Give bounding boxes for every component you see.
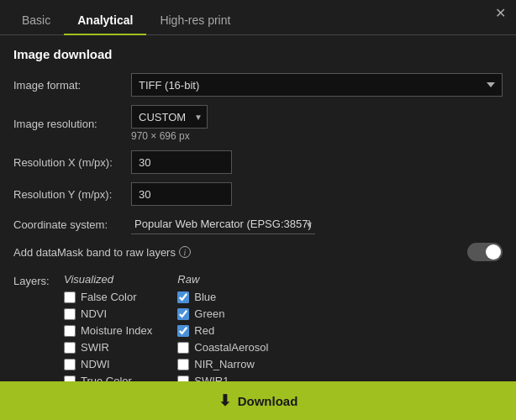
ndwi-label: NDWI [81,358,110,370]
image-resolution-label: Image resolution: [13,118,131,130]
visualized-column: Visualized False Color NDVI Moisture Ind… [64,273,152,381]
close-button[interactable]: ✕ [495,7,506,20]
datamask-row: Add dataMask band to raw layers i [13,243,503,261]
datamask-text: Add dataMask band to raw layers [13,246,176,259]
visualized-title: Visualized [64,273,152,286]
dialog: ✕ Basic Analytical High-res print Image … [0,0,516,420]
coastal-aerosol-label: CoastalAerosol [194,341,268,354]
blue-label: Blue [194,291,216,303]
resolution-dimensions: 970 × 696 px [131,130,208,142]
true-color-checkbox[interactable] [64,375,76,382]
coordinate-system-select[interactable]: Popular Web Mercator (EPSG:3857) WGS 84 … [131,214,315,234]
list-item[interactable]: NDWI [64,358,152,370]
ndvi-checkbox[interactable] [64,308,76,320]
layers-label: Layers: [13,273,64,381]
list-item[interactable]: Green [177,307,268,320]
true-color-label: True Color [81,375,132,381]
swir1-label: SWIR1 [194,375,229,381]
download-button[interactable]: ⬇ Download [0,381,516,420]
image-format-select[interactable]: TIFF (16-bit) PNG JPEG [131,73,503,97]
datamask-toggle[interactable] [467,243,503,261]
swir-checkbox[interactable] [64,342,76,354]
coastal-aerosol-checkbox[interactable] [177,342,189,354]
list-item[interactable]: SWIR1 [177,375,268,381]
layers-row: Layers: Visualized False Color NDVI [13,273,503,381]
resolution-y-label: Resolution Y (m/px): [13,188,131,201]
coordinate-system-label: Coordinate system: [13,218,131,231]
image-resolution-select[interactable]: CUSTOM LOW MEDIUM HIGH [131,105,208,129]
coordinate-system-row: Coordinate system: Popular Web Mercator … [13,214,503,234]
coordinate-system-wrapper: Popular Web Mercator (EPSG:3857) WGS 84 … [131,214,315,234]
download-label: Download [238,394,298,408]
red-label: Red [194,324,214,337]
ndvi-label: NDVI [81,307,107,320]
list-item[interactable]: NIR_Narrow [177,358,268,370]
resolution-x-label: Resolution X (m/px): [13,156,131,169]
list-item[interactable]: True Color [64,375,152,381]
tab-analytical[interactable]: Analytical [64,7,146,35]
list-item[interactable]: NDVI [64,307,152,320]
nir-narrow-label: NIR_Narrow [194,358,255,370]
resolution-select-wrapper: CUSTOM LOW MEDIUM HIGH ▼ [131,105,208,129]
tab-highres[interactable]: High-res print [146,7,244,35]
resolution-y-row: Resolution Y (m/px): [13,182,503,206]
raw-column: Raw Blue Green Red Coas [177,273,268,381]
raw-title: Raw [177,273,268,286]
moisture-index-checkbox[interactable] [64,325,76,337]
swir1-checkbox[interactable] [177,375,189,382]
download-icon: ⬇ [219,391,231,410]
tabs: Basic Analytical High-res print [0,0,516,35]
image-format-row: Image format: TIFF (16-bit) PNG JPEG [13,73,503,97]
list-item[interactable]: Red [177,324,268,337]
list-item[interactable]: SWIR [64,341,152,354]
resolution-x-input[interactable] [131,150,232,174]
image-format-label: Image format: [13,79,131,92]
section-title: Image download [13,47,503,61]
blue-checkbox[interactable] [177,291,189,303]
list-item[interactable]: CoastalAerosol [177,341,268,354]
datamask-label: Add dataMask band to raw layers i [13,246,467,259]
layers-columns: Visualized False Color NDVI Moisture Ind… [64,273,503,381]
ndwi-checkbox[interactable] [64,359,76,370]
resolution-controls: CUSTOM LOW MEDIUM HIGH ▼ 970 × 696 px [131,105,208,142]
list-item[interactable]: Blue [177,291,268,303]
resolution-x-row: Resolution X (m/px): [13,150,503,174]
list-item[interactable]: Moisture Index [64,324,152,337]
image-resolution-row: Image resolution: CUSTOM LOW MEDIUM HIGH… [13,105,503,142]
info-icon[interactable]: i [179,246,191,258]
download-button-text: ⬇ Download [219,391,298,410]
false-color-label: False Color [81,291,136,303]
list-item[interactable]: False Color [64,291,152,303]
green-label: Green [194,307,224,320]
red-checkbox[interactable] [177,325,189,337]
content-area: Image download Image format: TIFF (16-bi… [0,35,516,381]
toggle-knob [486,244,501,260]
tab-basic[interactable]: Basic [8,7,64,35]
moisture-index-label: Moisture Index [81,324,152,337]
green-checkbox[interactable] [177,308,189,320]
swir-label: SWIR [81,341,109,354]
image-format-control: TIFF (16-bit) PNG JPEG [131,73,503,97]
resolution-y-input[interactable] [131,182,232,206]
false-color-checkbox[interactable] [64,291,76,303]
nir-narrow-checkbox[interactable] [177,359,189,370]
